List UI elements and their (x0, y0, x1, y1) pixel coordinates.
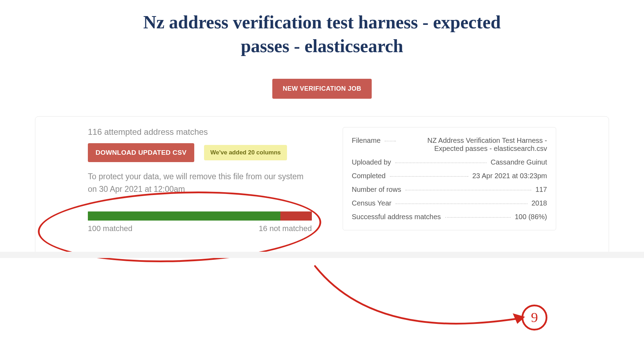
meta-completed-value: 23 Apr 2021 at 03:23pm (472, 172, 547, 180)
attempted-matches-text: 116 attempted address matches (88, 127, 322, 137)
meta-rows-value: 117 (536, 186, 547, 194)
meta-uploadedby-value: Cassandre Guinut (491, 158, 547, 166)
job-card: 116 attempted address matches DOWNLOAD U… (35, 116, 609, 258)
footer-strip (0, 252, 644, 258)
meta-success-value: 100 (86%) (515, 213, 547, 221)
meta-rows-label: Number of rows (352, 186, 401, 194)
annotation-arrow (245, 245, 560, 336)
page-title: Nz address verification test harness - e… (130, 11, 514, 58)
meta-census-label: Census Year (352, 199, 391, 207)
meta-panel: Filename NZ Address Verification Test Ha… (343, 127, 556, 230)
match-bar-labels: 100 matched 16 not matched (88, 224, 312, 233)
meta-filename-value: NZ Address Verification Test Harness - E… (400, 137, 547, 153)
meta-filename-label: Filename (352, 137, 380, 145)
match-bar-notmatched-segment (280, 211, 312, 221)
retention-note: To protect your data, we will remove thi… (88, 170, 312, 195)
meta-uploadedby-label: Uploaded by (352, 158, 391, 166)
match-bar (88, 211, 312, 221)
meta-completed-label: Completed (352, 172, 386, 180)
columns-added-tag: We've added 20 columns (204, 145, 287, 160)
not-matched-label: 16 not matched (259, 224, 312, 233)
new-verification-job-button[interactable]: NEW VERIFICATION JOB (272, 79, 372, 99)
annotation-step-number: 9 (522, 305, 547, 330)
matched-label: 100 matched (88, 224, 132, 233)
meta-success-label: Successful address matches (352, 213, 441, 221)
download-csv-button[interactable]: DOWNLOAD UPDATED CSV (88, 143, 194, 162)
match-bar-matched-segment (88, 211, 280, 221)
meta-census-value: 2018 (532, 199, 547, 207)
